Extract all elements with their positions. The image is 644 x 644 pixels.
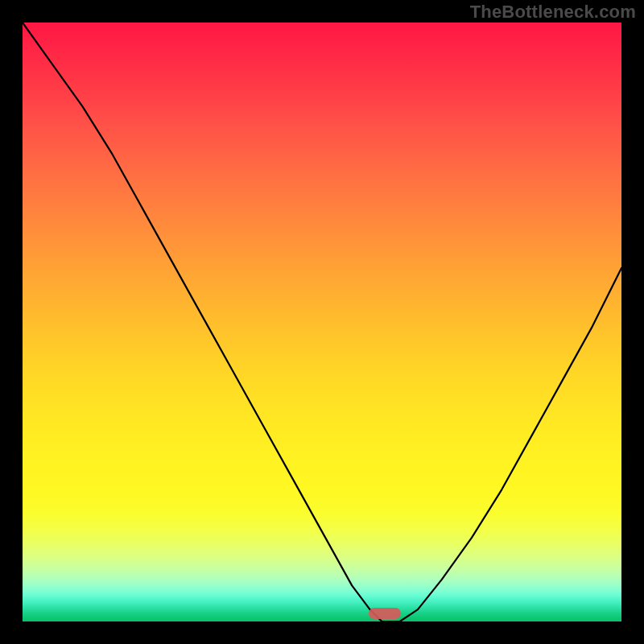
plot-area: [23, 23, 621, 621]
watermark-text: TheBottleneck.com: [470, 2, 636, 23]
optimum-marker: [369, 608, 401, 619]
chart-frame: TheBottleneck.com: [0, 0, 644, 644]
bottleneck-curve: [23, 23, 621, 621]
curve-path: [23, 23, 621, 621]
